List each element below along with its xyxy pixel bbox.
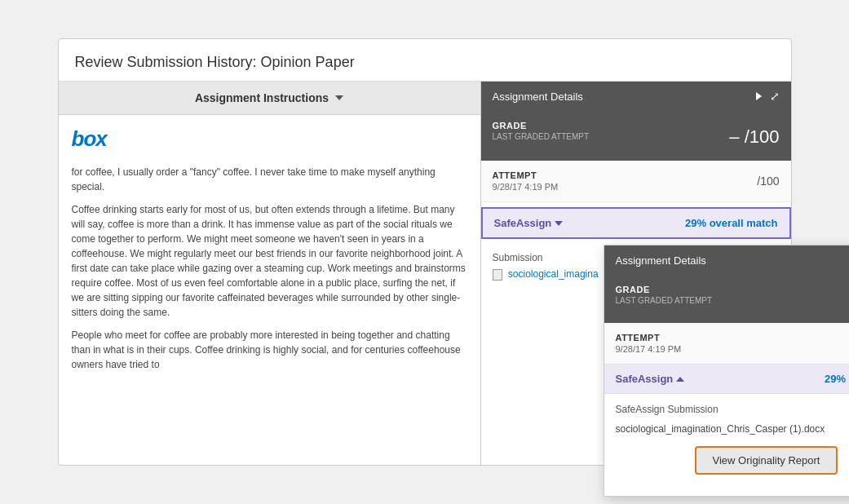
expanded-overall-match: 29% overall match [825, 373, 849, 385]
paragraph-3: People who meet for coffee are probably … [72, 328, 467, 372]
first-panel-header: Assignment Details ⤢ [481, 82, 791, 111]
attempt-row: ATTEMPT 9/28/17 4:19 PM /100 [493, 170, 780, 192]
attempt-date: 9/28/17 4:19 PM [493, 182, 559, 192]
first-overall-match: 29% overall match [685, 217, 777, 229]
submission-link[interactable]: sociological_imagina [508, 268, 599, 280]
left-panel: Assignment Instructions box for coffee, … [59, 82, 481, 465]
expanded-attempt-section: ATTEMPT 9/28/17 4:19 PM /100 [604, 323, 850, 364]
grade-label: GRADE [493, 121, 590, 130]
expanded-attempt-date: 9/28/17 4:19 PM [616, 344, 682, 354]
expanded-grade-info: GRADE LAST GRADED ATTEMPT [616, 285, 713, 312]
paragraph-1: for coffee, I usually order a "fancy" co… [72, 165, 467, 194]
assignment-instructions-label: Assignment Instructions [195, 91, 329, 104]
expanded-safeassign-bar[interactable]: SafeAssign 29% overall match [604, 364, 850, 394]
safeassign-chevron-icon [555, 221, 563, 226]
header-chevron-down-icon [588, 94, 596, 99]
expanded-safeassign-content: SafeAssign Submission sociological_imagi… [604, 394, 850, 496]
expanded-header-left: Assignment Details [616, 254, 719, 267]
grade-value: – /100 [729, 126, 779, 148]
expanded-panel-header: Assignment Details ⤢ [604, 245, 850, 275]
right-panel: Assignment Details ⤢ GRADE LAST GRADED A… [481, 82, 791, 465]
grade-sublabel: LAST GRADED ATTEMPT [493, 132, 590, 141]
paragraph-2: Coffee drinking starts early for most of… [72, 202, 467, 320]
doc-icon [493, 269, 502, 281]
file-row: sociological_imagination_Chris_Casper (1… [616, 423, 850, 435]
arrow-right-icon[interactable] [756, 92, 762, 100]
expanded-grade-section: GRADE LAST GRADED ATTEMPT – /100 [604, 275, 850, 323]
header-controls: ⤢ [756, 90, 780, 103]
grade-row: GRADE LAST GRADED ATTEMPT – /100 [493, 121, 780, 148]
first-safeassign-bar[interactable]: SafeAssign 29% overall match [481, 207, 791, 239]
expanded-grade-sublabel: LAST GRADED ATTEMPT [616, 296, 713, 305]
expanded-attempt-row: ATTEMPT 9/28/17 4:19 PM /100 [616, 333, 850, 354]
first-panel-header-label: Assignment Details [493, 91, 583, 103]
file-name: sociological_imagination_Chris_Casper (1… [616, 423, 850, 435]
expanded-header-chevron-icon [711, 258, 719, 263]
content-text: for coffee, I usually order a "fancy" co… [59, 158, 480, 465]
header-left: Assignment Details [493, 91, 596, 103]
attempt-score: /100 [757, 175, 779, 188]
main-container: Review Submission History: Opinion Paper… [58, 38, 792, 466]
box-logo-text: box [72, 126, 107, 151]
grade-info: GRADE LAST GRADED ATTEMPT [493, 121, 590, 148]
attempt-label: ATTEMPT [493, 170, 559, 180]
expanded-attempt-info: ATTEMPT 9/28/17 4:19 PM [616, 333, 682, 354]
attempt-info: ATTEMPT 9/28/17 4:19 PM [493, 170, 559, 192]
first-safeassign-label: SafeAssign [494, 217, 564, 229]
expanded-card: Assignment Details ⤢ GRADE LAST GRADED A… [604, 245, 850, 497]
expanded-panel-header-label: Assignment Details [616, 254, 706, 267]
first-attempt-section: ATTEMPT 9/28/17 4:19 PM /100 [481, 161, 791, 202]
safeassign-submission-title: SafeAssign Submission [616, 404, 850, 415]
expanded-grade-row: GRADE LAST GRADED ATTEMPT – /100 [616, 285, 850, 312]
main-layout: Assignment Instructions box for coffee, … [59, 82, 791, 465]
assignment-instructions-header[interactable]: Assignment Instructions [59, 82, 480, 115]
view-originality-report-button[interactable]: View Originality Report [695, 446, 838, 475]
expanded-safeassign-label: SafeAssign [616, 373, 685, 385]
expanded-grade-label: GRADE [616, 285, 713, 294]
expanded-attempt-label: ATTEMPT [616, 333, 682, 343]
first-grade-section: GRADE LAST GRADED ATTEMPT – /100 [481, 111, 791, 161]
expand-icon[interactable]: ⤢ [770, 90, 780, 103]
chevron-down-icon [335, 95, 343, 100]
page-title: Review Submission History: Opinion Paper [59, 39, 791, 82]
expanded-safeassign-chevron-icon [676, 377, 684, 382]
box-logo-area: box [59, 115, 480, 158]
